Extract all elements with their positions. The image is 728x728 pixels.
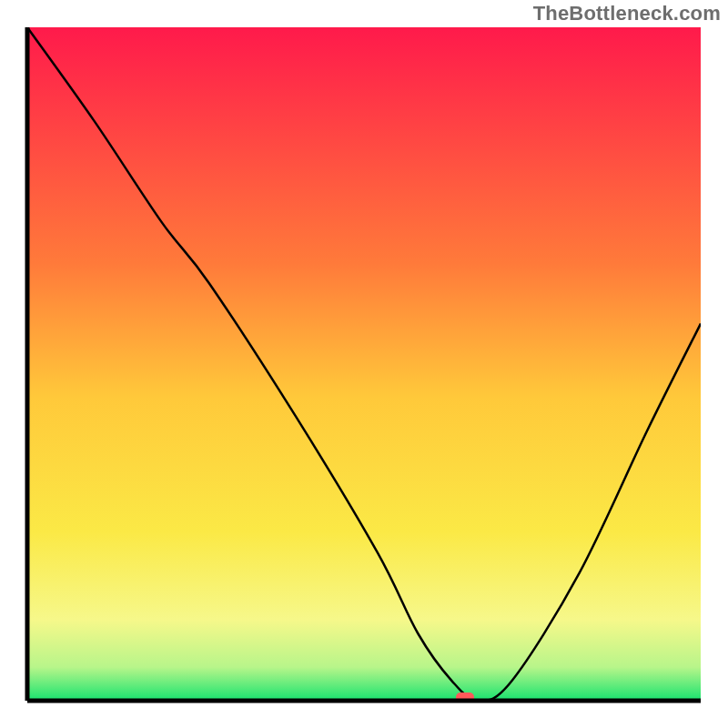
chart-stage: TheBottleneck.com — [0, 0, 728, 728]
bottleneck-plot — [0, 0, 728, 728]
watermark-label: TheBottleneck.com — [533, 2, 721, 25]
gradient-background — [27, 27, 701, 701]
